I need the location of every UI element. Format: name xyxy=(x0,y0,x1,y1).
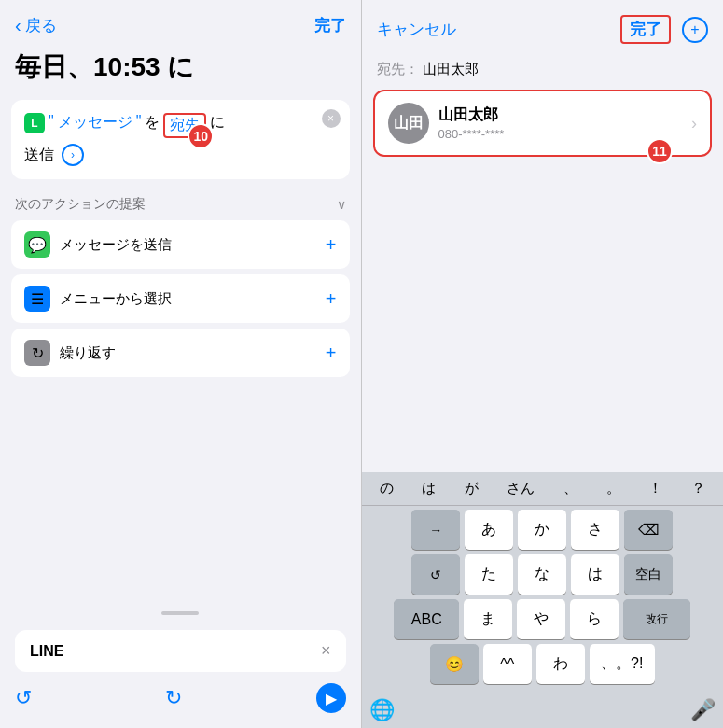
add-menu-icon[interactable]: + xyxy=(326,288,337,310)
back-label: 戻る xyxy=(25,15,57,36)
key-dakuten[interactable]: ^^ xyxy=(483,644,532,684)
bottom-app-bar: LINE × xyxy=(15,630,346,672)
step-badge-11: 11 xyxy=(647,138,673,164)
key-a[interactable]: あ xyxy=(465,510,513,550)
left-done-button[interactable]: 完了 xyxy=(314,15,346,36)
undo-icon[interactable]: ↺ xyxy=(15,686,32,710)
recipient-button[interactable]: 宛先 10 xyxy=(163,113,206,138)
key-space[interactable]: 空白 xyxy=(624,554,673,595)
avatar-text: 山田 xyxy=(394,114,424,133)
suggestion-header-label: 次のアクションの提案 xyxy=(15,196,146,213)
cancel-button[interactable]: キャンセル xyxy=(377,19,456,40)
suggestion-item-left: 💬 メッセージを送信 xyxy=(24,231,172,258)
suggestion-item-repeat[interactable]: ↻ 繰り返す + xyxy=(11,329,350,377)
contact-card[interactable]: 山田 山田太郎 080-****-**** › 11 xyxy=(373,90,713,157)
line-icon: L xyxy=(24,113,45,133)
globe-icon[interactable]: 🌐 xyxy=(369,698,395,722)
message-send-icon: 💬 xyxy=(24,231,50,258)
key-delete[interactable]: ⌫ xyxy=(624,510,673,550)
add-message-icon[interactable]: + xyxy=(326,234,337,256)
key-return[interactable]: 改行 xyxy=(623,599,690,639)
key-ka[interactable]: か xyxy=(518,510,566,550)
repeat-icon: ↻ xyxy=(24,340,50,366)
send-circle-icon[interactable]: › xyxy=(62,144,84,166)
suggestion-item-left: ↻ 繰り返す xyxy=(24,340,116,366)
done-button[interactable]: 完了 xyxy=(620,15,671,44)
bottom-icons: ↺ ↻ ▶ xyxy=(15,679,346,717)
keyboard-bottom: 🌐 🎤 xyxy=(362,693,724,728)
particle-wo: を xyxy=(145,113,160,133)
suggestion-item-left: ☰ メニューから選択 xyxy=(24,286,172,312)
right-panel: キャンセル 完了 + 宛先： 山田太郎 山田 山田太郎 080-****-***… xyxy=(362,0,724,728)
quote-close: " xyxy=(136,113,142,130)
key-undo[interactable]: ↺ xyxy=(411,554,460,595)
left-nav: ‹ 戻る 完了 xyxy=(0,0,361,46)
suggestion-label-repeat: 繰り返す xyxy=(60,344,116,362)
key-row-4: 😊 ^^ わ 、。?! xyxy=(366,644,720,684)
key-abc[interactable]: ABC xyxy=(394,599,459,639)
redo-icon[interactable]: ↻ xyxy=(165,686,182,710)
key-punct[interactable]: 、。?! xyxy=(590,644,655,684)
add-contact-button[interactable]: + xyxy=(682,17,708,43)
left-panel: ‹ 戻る 完了 毎日、10:53 に L " メッセージ " を 宛先 10 に… xyxy=(0,0,361,728)
suggestion-が[interactable]: が xyxy=(465,480,479,497)
contact-avatar: 山田 xyxy=(388,103,429,144)
scroll-indicator xyxy=(161,611,199,615)
key-sa[interactable]: さ xyxy=(571,510,619,550)
key-row-3: ABC ま や ら 改行 xyxy=(366,599,720,639)
chevron-right-icon: › xyxy=(691,114,697,133)
suggestion-comma[interactable]: 、 xyxy=(563,480,577,497)
contact-info: 山田太郎 080-****-**** xyxy=(438,105,692,141)
recipient-field[interactable]: 宛先： 山田太郎 xyxy=(362,53,724,86)
suggestion-header: 次のアクションの提案 ∨ xyxy=(0,190,361,218)
suggestion-item-message[interactable]: 💬 メッセージを送信 + xyxy=(11,220,350,269)
message-label: メッセージ xyxy=(58,113,132,133)
action-card-content: L " メッセージ " を 宛先 10 に xyxy=(24,113,337,138)
key-ta[interactable]: た xyxy=(465,554,513,595)
key-wa[interactable]: わ xyxy=(536,644,585,684)
keyboard-suggestions-bar: の は が さん 、 。 ！ ？ xyxy=(362,472,724,506)
key-ma[interactable]: ま xyxy=(464,599,512,639)
suggestion-label-menu: メニューから選択 xyxy=(60,290,172,308)
left-bottom: LINE × ↺ ↻ ▶ xyxy=(0,600,361,728)
send-row: 送信 › xyxy=(24,144,337,166)
recipient-field-value: 山田太郎 xyxy=(423,61,479,78)
keyboard: の は が さん 、 。 ！ ？ → あ か さ ⌫ ↺ た な は xyxy=(362,472,724,728)
right-nav: キャンセル 完了 + xyxy=(362,0,724,53)
add-repeat-icon[interactable]: + xyxy=(326,343,337,364)
suggestion-exclaim[interactable]: ！ xyxy=(648,480,662,497)
recipient-field-label: 宛先： xyxy=(377,61,419,78)
menu-icon: ☰ xyxy=(24,286,50,312)
action-card: L " メッセージ " を 宛先 10 に 送信 › × xyxy=(11,100,350,179)
particle-ni: に xyxy=(210,113,225,133)
key-ya[interactable]: や xyxy=(517,599,565,639)
suggestion-さん[interactable]: さん xyxy=(507,480,535,497)
suggestion-item-menu[interactable]: ☰ メニューから選択 + xyxy=(11,274,350,323)
quote-open: " xyxy=(49,113,54,130)
key-arrow[interactable]: → xyxy=(411,510,460,550)
key-row-2: ↺ た な は 空白 xyxy=(366,554,720,595)
page-title: 毎日、10:53 に xyxy=(0,46,361,100)
key-na[interactable]: な xyxy=(518,554,566,595)
key-ha[interactable]: は xyxy=(571,554,619,595)
card-close-button[interactable]: × xyxy=(322,109,341,128)
key-emoji[interactable]: 😊 xyxy=(430,644,479,684)
suggestion-period[interactable]: 。 xyxy=(606,480,620,497)
app-name-label: LINE xyxy=(30,643,63,660)
contact-name: 山田太郎 xyxy=(438,105,692,125)
suggestion-label-message: メッセージを送信 xyxy=(60,236,172,254)
back-button[interactable]: ‹ 戻る xyxy=(15,15,57,36)
microphone-icon[interactable]: 🎤 xyxy=(690,698,716,722)
suggestion-question[interactable]: ？ xyxy=(691,480,705,497)
chevron-down-icon[interactable]: ∨ xyxy=(337,197,346,212)
key-ra[interactable]: ら xyxy=(570,599,619,639)
suggestion-の[interactable]: の xyxy=(380,480,394,497)
play-button[interactable]: ▶ xyxy=(316,683,346,713)
send-label: 送信 xyxy=(24,146,54,165)
suggestion-は[interactable]: は xyxy=(422,480,436,497)
done-button-wrapper: 完了 + xyxy=(620,15,708,44)
keyboard-rows: → あ か さ ⌫ ↺ た な は 空白 ABC ま や ら 改行 xyxy=(362,506,724,693)
chevron-left-icon: ‹ xyxy=(15,15,21,36)
key-row-1: → あ か さ ⌫ xyxy=(366,510,720,550)
bottom-close-button[interactable]: × xyxy=(321,641,331,661)
